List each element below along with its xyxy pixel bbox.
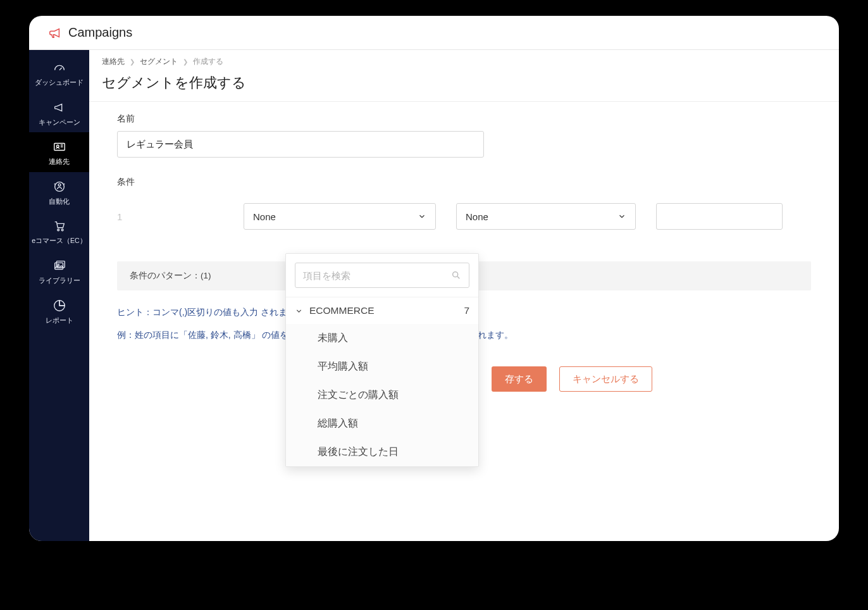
- condition-index: 1: [117, 211, 231, 222]
- dropdown-item[interactable]: 総購入額: [286, 409, 478, 438]
- sidebar-item-label: レポート: [46, 316, 73, 325]
- sidebar-item-ecommerce[interactable]: eコマース（EC）: [29, 211, 89, 251]
- svg-point-2: [56, 145, 59, 147]
- svg-point-8: [61, 229, 63, 231]
- sidebar-item-label: eコマース（EC）: [32, 237, 86, 245]
- sidebar-item-report[interactable]: レポート: [29, 291, 89, 331]
- sidebar-item-library[interactable]: ライブラリー: [29, 251, 89, 291]
- chevron-down-icon: [617, 212, 626, 221]
- select-value: None: [253, 211, 276, 222]
- chevron-right-icon: ❯: [130, 58, 135, 65]
- conditions-label: 条件: [117, 177, 811, 188]
- dropdown-item[interactable]: 注文ごとの購入額: [286, 381, 478, 409]
- dropdown-category[interactable]: ECOMMERCE 7: [286, 297, 478, 324]
- name-input[interactable]: [117, 131, 484, 158]
- sidebar-item-label: 連絡先: [49, 158, 70, 166]
- topbar: Campaigns: [29, 16, 839, 50]
- chevron-down-icon: [418, 212, 426, 221]
- breadcrumb: 連絡先 ❯ セグメント ❯ 作成する: [89, 50, 839, 71]
- svg-line-13: [457, 277, 459, 278]
- app-name: Campaigns: [68, 25, 132, 40]
- search-icon: [451, 270, 461, 280]
- megaphone-icon: [53, 101, 66, 115]
- svg-point-12: [453, 272, 458, 277]
- category-title: ECOMMERCE: [309, 305, 374, 316]
- value-select[interactable]: [656, 203, 783, 230]
- category-count: 7: [464, 305, 469, 316]
- svg-point-6: [58, 184, 61, 186]
- page-title: セグメントを作成する: [89, 71, 839, 101]
- field-select[interactable]: None: [244, 203, 436, 230]
- svg-rect-1: [54, 144, 65, 151]
- sidebar-item-label: 自動化: [49, 197, 70, 206]
- app-window: Campaigns ダッシュボード キャンペーン 連絡先 自動化: [29, 16, 839, 541]
- library-icon: [53, 259, 66, 273]
- sidebar-item-contacts[interactable]: 連絡先: [29, 132, 89, 172]
- dropdown-search: [295, 263, 469, 288]
- automation-icon: [53, 180, 66, 194]
- contact-card-icon: [53, 140, 66, 154]
- gauge-icon: [53, 61, 66, 75]
- sidebar-item-automation[interactable]: 自動化: [29, 172, 89, 212]
- cart-icon: [53, 219, 66, 233]
- breadcrumb-item: 作成する: [193, 56, 223, 67]
- svg-point-11: [57, 265, 59, 266]
- sidebar-item-label: ダッシュボード: [35, 78, 84, 87]
- sidebar-item-label: ライブラリー: [39, 277, 80, 285]
- cancel-button[interactable]: キャンセルする: [559, 366, 652, 392]
- sidebar: ダッシュボード キャンペーン 連絡先 自動化 eコマース（EC） ライブラリー: [29, 50, 89, 541]
- select-value: None: [466, 211, 488, 222]
- breadcrumb-item[interactable]: セグメント: [140, 56, 178, 67]
- dropdown-item[interactable]: 平均購入額: [286, 352, 478, 381]
- sidebar-item-campaigns[interactable]: キャンペーン: [29, 93, 89, 133]
- dropdown-search-input[interactable]: [303, 270, 451, 281]
- svg-point-7: [57, 229, 59, 231]
- app-logo[interactable]: Campaigns: [48, 25, 132, 40]
- dropdown-list: 未購入 平均購入額 注文ごとの購入額 総購入額 最後に注文した日: [286, 324, 478, 466]
- megaphone-icon: [48, 26, 62, 40]
- save-button[interactable]: 存する: [492, 366, 547, 392]
- field-dropdown: ECOMMERCE 7 未購入 平均購入額 注文ごとの購入額 総購入額 最後に注…: [285, 253, 479, 467]
- name-label: 名前: [117, 113, 811, 125]
- dropdown-item[interactable]: 最後に注文した日: [286, 438, 478, 466]
- sidebar-item-label: キャンペーン: [39, 118, 80, 127]
- breadcrumb-item[interactable]: 連絡先: [102, 56, 125, 67]
- svg-line-0: [59, 68, 62, 70]
- piechart-icon: [53, 299, 66, 313]
- sidebar-item-dashboard[interactable]: ダッシュボード: [29, 53, 89, 93]
- condition-row: 1 None None: [117, 203, 811, 230]
- chevron-right-icon: ❯: [183, 58, 188, 65]
- dropdown-item[interactable]: 未購入: [286, 324, 478, 352]
- chevron-down-icon: [295, 307, 303, 315]
- operator-select[interactable]: None: [456, 203, 636, 230]
